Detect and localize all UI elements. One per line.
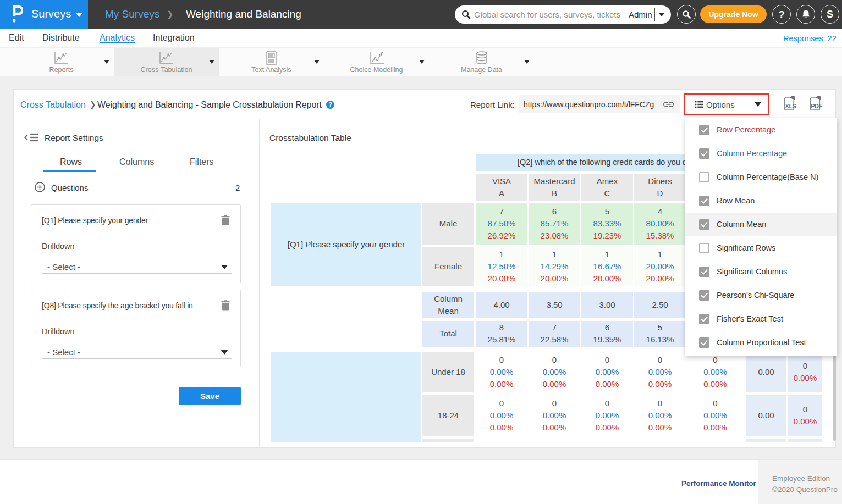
svg-text:PDF: PDF	[811, 103, 822, 109]
svg-text:XLS: XLS	[785, 103, 796, 109]
